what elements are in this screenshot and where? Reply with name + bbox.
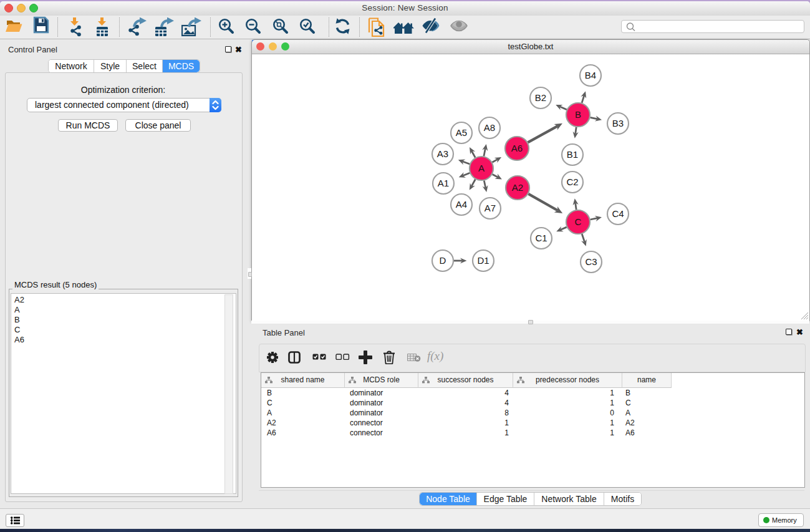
svg-text:A1: A1 bbox=[438, 178, 449, 188]
svg-text:C: C bbox=[575, 216, 582, 227]
svg-text:A3: A3 bbox=[437, 148, 448, 159]
svg-text:B: B bbox=[575, 109, 581, 120]
svg-text:A8: A8 bbox=[484, 122, 495, 133]
svg-text:A4: A4 bbox=[456, 199, 467, 210]
svg-text:A: A bbox=[478, 163, 485, 173]
svg-text:D: D bbox=[440, 255, 446, 266]
svg-text:A7: A7 bbox=[485, 203, 496, 213]
svg-text:B4: B4 bbox=[585, 70, 596, 80]
svg-text:C3: C3 bbox=[585, 256, 597, 267]
svg-text:A6: A6 bbox=[511, 143, 523, 153]
svg-text:D1: D1 bbox=[477, 255, 489, 266]
svg-text:A5: A5 bbox=[456, 127, 467, 138]
svg-text:C4: C4 bbox=[612, 208, 624, 219]
svg-text:B1: B1 bbox=[567, 149, 578, 160]
svg-text:C1: C1 bbox=[535, 233, 547, 243]
svg-text:B3: B3 bbox=[612, 118, 624, 128]
svg-text:A2: A2 bbox=[512, 182, 523, 193]
svg-text:B2: B2 bbox=[535, 92, 546, 103]
svg-text:C2: C2 bbox=[566, 177, 578, 187]
